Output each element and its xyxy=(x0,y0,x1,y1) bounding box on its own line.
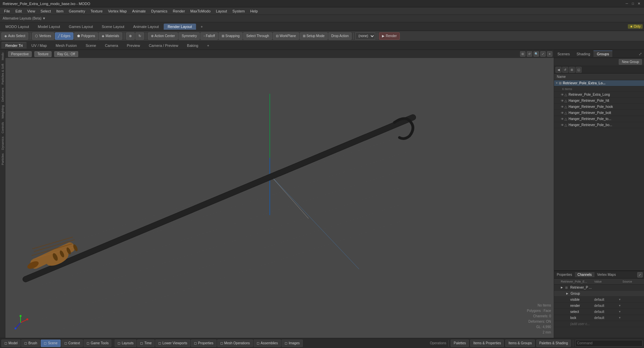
tab-uv-map[interactable]: UV / Map xyxy=(27,42,51,49)
viewport-3d[interactable]: Perspective Texture Ray GL: Off ⊞ ↺ 🔍 ⤢ … xyxy=(5,50,554,338)
menu-texture[interactable]: Texture xyxy=(88,8,105,14)
bottom-tab-time[interactable]: ◻ Time xyxy=(137,340,155,347)
groups-tree[interactable]: ▼ ⊞ Retriever_Pole_Extra_Lo... 6 Items 👁… xyxy=(554,80,644,270)
menu-render[interactable]: Render xyxy=(170,8,188,14)
tab-render-tri[interactable]: Render Tri xyxy=(1,42,27,49)
menu-help[interactable]: Help xyxy=(248,8,261,14)
materials-button[interactable]: ◈ Materials xyxy=(99,32,122,40)
ch-add-user-row[interactable]: (add user c... xyxy=(554,321,644,327)
bottom-tab-brush[interactable]: ◻ Brush xyxy=(21,340,40,347)
eye-icon-3[interactable]: 👁 xyxy=(561,105,564,109)
vp-camera-button[interactable]: 🔍 xyxy=(534,51,539,57)
transform-icon-btn[interactable]: ⊕ xyxy=(126,32,135,40)
alt-layouts-dropdown[interactable]: Alternative Layouts (Beta) ▼ xyxy=(3,17,46,20)
bottom-tab-model[interactable]: ◻ Model xyxy=(1,340,21,347)
tree-item-4[interactable]: 👁 △ Hanger_Retriever_Pole_bolt xyxy=(554,110,644,116)
tab-scene[interactable]: Scene xyxy=(82,42,100,49)
rp-tab-scenes[interactable]: Scenes xyxy=(554,51,573,57)
window-controls[interactable]: ─ □ ✕ xyxy=(624,1,641,6)
groups-icon-refresh[interactable]: ↺ xyxy=(562,67,568,73)
bottom-tab-properties[interactable]: ◻ Properties xyxy=(191,340,217,347)
sidebar-weighting[interactable]: Weighting xyxy=(0,104,5,120)
bottom-tab-lower-viewports[interactable]: ◻ Lower Viewports xyxy=(155,340,190,347)
menu-file[interactable]: File xyxy=(1,8,13,14)
menu-edit[interactable]: Edit xyxy=(13,8,25,14)
ch-item-retriever[interactable]: ▶ ⊞ Retriever_P ... xyxy=(554,285,644,291)
bottom-tab-context[interactable]: ◻ Context xyxy=(61,340,83,347)
bp-tab-channels[interactable]: Channels xyxy=(575,272,594,277)
eye-icon-6[interactable]: 👁 xyxy=(561,123,564,127)
texture-mode[interactable]: Texture xyxy=(34,51,52,57)
bp-tab-properties[interactable]: Properties xyxy=(554,272,575,277)
tree-item-1[interactable]: 👁 △ Retriever_Pole_Extra_Long xyxy=(554,92,644,98)
tab-camera-preview[interactable]: Camera / Preview xyxy=(145,42,182,49)
tab-add-view[interactable]: + xyxy=(203,42,213,49)
groups-icon-expand[interactable]: ◱ xyxy=(576,67,582,73)
action-center-button[interactable]: ⊕ Action Center xyxy=(148,32,178,40)
vp-zoom-button[interactable]: ↺ xyxy=(527,51,532,57)
layout-tab-add[interactable]: + xyxy=(197,24,207,30)
bottom-tab-palettes-shading[interactable]: Palettes & Shading xyxy=(536,340,571,347)
maximize-button[interactable]: □ xyxy=(631,1,635,6)
tab-camera[interactable]: Camera xyxy=(101,42,122,49)
rp-tab-groups[interactable]: Groups xyxy=(593,51,612,57)
layout-tab-render[interactable]: Render Layout xyxy=(164,24,196,30)
vp-fit-button[interactable]: ⊞ xyxy=(520,51,525,57)
minimize-button[interactable]: ─ xyxy=(624,1,629,6)
layout-tab-modo[interactable]: MODO Layout xyxy=(1,24,33,30)
menu-geometry[interactable]: Geometry xyxy=(66,8,88,14)
render-button[interactable]: ▶ Render xyxy=(379,32,400,40)
channels-content[interactable]: ▶ ⊞ Retriever_P ... ▶ Group xyxy=(554,285,644,338)
select-through-button[interactable]: Select Through xyxy=(243,32,272,40)
menu-vertex-map[interactable]: Vertex Map xyxy=(105,8,130,14)
perspective-mode[interactable]: Perspective xyxy=(8,51,32,57)
tree-item-3[interactable]: 👁 △ Hanger_Retriever_Pole_hook xyxy=(554,104,644,110)
vp-settings-button[interactable]: ≡ xyxy=(547,51,552,57)
bottom-tab-items-groups[interactable]: Items & Groups xyxy=(505,340,535,347)
bottom-tab-palettes[interactable]: Palettes xyxy=(451,340,469,347)
vp-expand-button[interactable]: ⤢ xyxy=(540,51,546,57)
main-group-item[interactable]: ▼ ⊞ Retriever_Pole_Extra_Lo... xyxy=(554,80,644,86)
auto-select-button[interactable]: ◈ Auto Select xyxy=(1,32,28,40)
bottom-tab-layouts[interactable]: ◻ Layouts xyxy=(115,340,136,347)
menu-view[interactable]: View xyxy=(25,8,38,14)
ch-lock-row[interactable]: lock default ▼ xyxy=(554,315,644,321)
snapping-button[interactable]: ⊞ Snapping xyxy=(219,32,243,40)
ch-render-row[interactable]: render default ▼ xyxy=(554,303,644,309)
ch-render-dropdown[interactable]: ▼ xyxy=(618,304,621,307)
falloff-button[interactable]: ◦ Falloff xyxy=(200,32,218,40)
drop-action-button[interactable]: Drop Action xyxy=(328,32,352,40)
bottom-tab-items-props[interactable]: Items & Properties xyxy=(470,340,504,347)
raygl-toggle[interactable]: Ray GL: Off xyxy=(54,51,78,57)
eye-icon-4[interactable]: 👁 xyxy=(561,111,564,115)
sidebar-modo[interactable]: Modo xyxy=(0,51,5,62)
setup-mode-button[interactable]: ⊞ Setup Mode xyxy=(300,32,328,40)
ch-lock-dropdown[interactable]: ▼ xyxy=(618,316,621,319)
layout-tab-scene[interactable]: Scene Layout xyxy=(98,24,128,30)
menu-dynamics[interactable]: Dynamics xyxy=(149,8,170,14)
tab-mesh-fusion[interactable]: Mesh Fusion xyxy=(52,42,81,49)
menu-item[interactable]: Item xyxy=(54,8,66,14)
bottom-tab-mesh-ops[interactable]: ◻ Mesh Operations xyxy=(217,340,253,347)
rp-expand-icon[interactable]: ⤢ xyxy=(639,52,642,56)
rp-tab-shading[interactable]: Shading xyxy=(573,51,593,57)
eye-icon-5[interactable]: 👁 xyxy=(561,117,564,121)
none-dropdown[interactable]: (none) xyxy=(355,32,375,40)
workplane-button[interactable]: ⊟ WorkPlane xyxy=(273,32,299,40)
bottom-tab-game-tools[interactable]: ◻ Game Tools xyxy=(84,340,111,347)
tree-item-2[interactable]: 👁 △ Hanger_Retriever_Pole_hlt xyxy=(554,98,644,104)
eye-icon-2[interactable]: 👁 xyxy=(561,99,564,103)
tab-preview[interactable]: Preview xyxy=(123,42,144,49)
sidebar-deformers[interactable]: Deformers xyxy=(0,86,5,103)
ch-select-row[interactable]: select default ▼ xyxy=(554,309,644,315)
vertices-button[interactable]: ⬡ Vertices xyxy=(32,32,54,40)
transform-icon2-btn[interactable]: ↻ xyxy=(135,32,144,40)
edges-button[interactable]: ╱ Edges xyxy=(55,32,73,40)
new-group-button[interactable]: New Group xyxy=(619,59,642,65)
tree-item-6[interactable]: 👁 △ Hanger_Retriever_Pole_bo... xyxy=(554,122,644,128)
sidebar-dynamics[interactable]: Dynamics xyxy=(0,135,5,151)
sidebar-particles[interactable]: Particles xyxy=(0,152,5,167)
menu-animate[interactable]: Animate xyxy=(129,8,148,14)
ch-group-row[interactable]: ▶ Group xyxy=(554,291,644,297)
close-button[interactable]: ✕ xyxy=(637,1,641,6)
